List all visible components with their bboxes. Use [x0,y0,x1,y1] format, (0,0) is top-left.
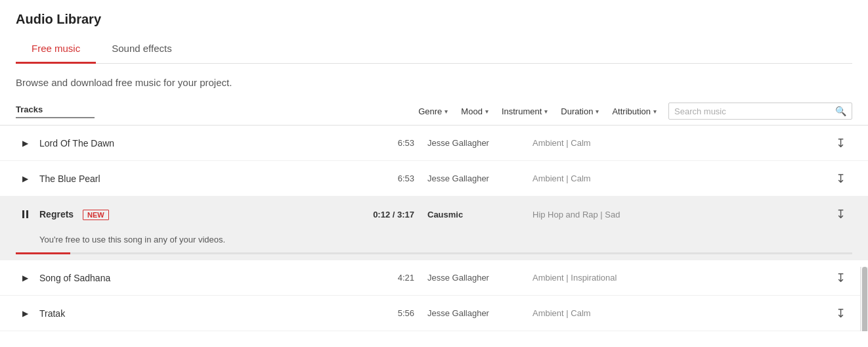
play-button-2[interactable]: ▶ [16,170,34,188]
app-container: Audio Library Free music Sound effects B… [0,0,868,347]
mood-filter[interactable]: Mood ▾ [454,104,495,119]
play-button-5[interactable]: ▶ [16,304,34,323]
instrument-chevron-icon: ▾ [544,108,548,115]
scrollbar-thumb[interactable] [862,267,867,331]
track-row-main-3: Regrets NEW 0:12 / 3:17 Causmic Hip Hop … [0,197,868,232]
mood-label: Mood [461,106,483,116]
play-button-4[interactable]: ▶ [16,269,34,287]
track-duration-4: 4:21 [336,273,414,283]
track-artist-2: Jesse Gallagher [414,174,519,183]
download-button-5[interactable]: ↧ [829,302,852,325]
duration-chevron-icon: ▾ [596,108,599,115]
scrollbar[interactable] [860,267,868,331]
track-progress-bar [16,252,852,254]
track-duration-2: 6:53 [336,174,414,183]
download-button-3[interactable]: ↧ [829,202,852,226]
genre-filter[interactable]: Genre ▾ [412,104,454,119]
attribution-label: Attribution [612,106,651,116]
track-name-5: Tratak [34,308,336,319]
track-name-3: Regrets NEW [34,209,336,220]
mood-chevron-icon: ▾ [485,108,488,115]
attribution-chevron-icon: ▾ [653,108,657,115]
play-button-1[interactable]: ▶ [16,134,34,152]
filter-bar: Tracks Genre ▾ Mood ▾ Instrument ▾ Durat… [0,99,868,126]
track-duration-5: 5:56 [336,308,414,318]
track-name-4: Song of Sadhana [34,273,336,283]
track-name-1: Lord Of The Dawn [34,138,336,149]
track-duration-1: 6:53 [336,138,414,148]
download-button-4[interactable]: ↧ [829,266,852,290]
pause-bar-right [26,210,28,218]
duration-label: Duration [561,106,593,116]
instrument-filter[interactable]: Instrument ▾ [495,104,554,119]
track-tags-5: Ambient | Calm [519,308,829,318]
tracks-column-header: Tracks [16,104,95,118]
track-tags-3: Hip Hop and Rap | Sad [519,210,829,220]
attribution-filter[interactable]: Attribution ▾ [605,104,663,119]
track-artist-4: Jesse Gallagher [414,273,519,283]
track-artist-1: Jesse Gallagher [414,138,519,148]
track-artist-5: Jesse Gallagher [414,308,519,318]
search-box: 🔍 [668,103,852,120]
pause-button-3[interactable] [16,205,34,223]
tabs-bar: Free music Sound effects [16,35,852,64]
content-area: ▶ Lord Of The Dawn 6:53 Jesse Gallagher … [0,126,868,331]
subtitle: Browse and download free music for your … [0,64,868,99]
track-list: ▶ Lord Of The Dawn 6:53 Jesse Gallagher … [0,126,868,331]
app-title: Audio Library [16,12,852,27]
table-row: ▶ Lord Of The Dawn 6:53 Jesse Gallagher … [0,126,868,161]
table-row: Regrets NEW 0:12 / 3:17 Causmic Hip Hop … [0,197,868,260]
genre-chevron-icon: ▾ [445,108,448,115]
download-button-2[interactable]: ↧ [829,167,852,191]
track-tags-2: Ambient | Calm [519,174,829,183]
pause-icon [22,210,28,218]
track-tags-1: Ambient | Calm [519,138,829,148]
tab-sound-effects[interactable]: Sound effects [96,35,187,64]
track-progress-fill [16,252,70,254]
track-duration-3: 0:12 / 3:17 [336,210,414,220]
header: Audio Library Free music Sound effects [0,0,868,64]
instrument-label: Instrument [502,106,542,116]
table-row: ▶ The Blue Pearl 6:53 Jesse Gallagher Am… [0,161,868,197]
track-sub-text: You're free to use this song in any of y… [0,232,868,252]
duration-filter[interactable]: Duration ▾ [554,104,605,119]
search-icon[interactable]: 🔍 [835,106,846,116]
genre-label: Genre [418,106,442,116]
tab-free-music[interactable]: Free music [16,35,96,64]
track-name-2: The Blue Pearl [34,174,336,184]
download-button-1[interactable]: ↧ [829,131,852,155]
track-artist-3: Causmic [414,210,519,220]
table-row: ▶ Tratak 5:56 Jesse Gallagher Ambient | … [0,296,868,331]
table-row: ▶ Song of Sadhana 4:21 Jesse Gallagher A… [0,260,868,296]
pause-bar-left [22,210,24,218]
search-input[interactable] [674,106,833,116]
track-tags-4: Ambient | Inspirational [519,273,829,283]
new-badge: NEW [83,210,109,220]
